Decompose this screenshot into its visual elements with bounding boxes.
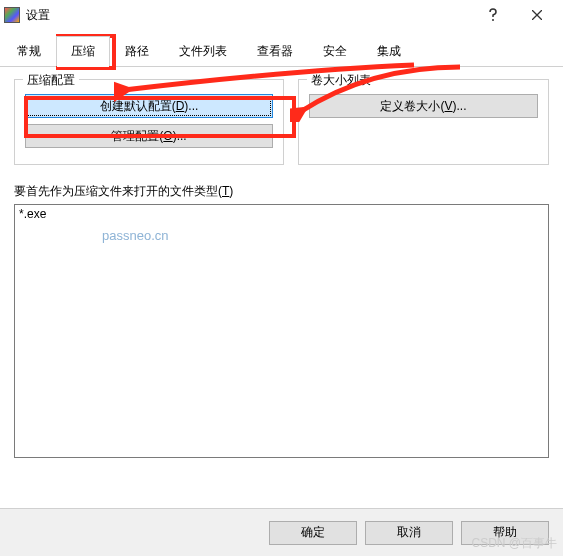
compress-profile-group: 压缩配置 创建默认配置(D)... 管理配置(O)...: [14, 79, 284, 165]
dialog-button-row: 确定 取消 帮助: [0, 508, 563, 556]
help-dialog-button[interactable]: 帮助: [461, 521, 549, 545]
tab-general[interactable]: 常规: [2, 36, 56, 66]
filetype-label: 要首先作为压缩文件来打开的文件类型(T): [14, 183, 549, 200]
volume-legend: 卷大小列表: [307, 72, 375, 89]
tab-compress[interactable]: 压缩: [56, 36, 110, 66]
ok-button[interactable]: 确定: [269, 521, 357, 545]
compress-legend: 压缩配置: [23, 72, 79, 89]
window-title: 设置: [26, 7, 471, 24]
tab-path[interactable]: 路径: [110, 36, 164, 66]
help-button[interactable]: [471, 1, 515, 29]
manage-profile-button[interactable]: 管理配置(O)...: [25, 124, 273, 148]
tab-viewer[interactable]: 查看器: [242, 36, 308, 66]
filetype-input[interactable]: [14, 204, 549, 458]
tab-strip: 常规 压缩 路径 文件列表 查看器 安全 集成: [0, 36, 563, 67]
tab-security[interactable]: 安全: [308, 36, 362, 66]
app-icon: [4, 7, 20, 23]
tab-content: 压缩配置 创建默认配置(D)... 管理配置(O)... 卷大小列表 定义卷大小…: [0, 67, 563, 473]
create-default-profile-button[interactable]: 创建默认配置(D)...: [25, 94, 273, 118]
define-volume-button[interactable]: 定义卷大小(V)...: [309, 94, 538, 118]
titlebar: 设置: [0, 0, 563, 30]
filetype-section: 要首先作为压缩文件来打开的文件类型(T): [14, 183, 549, 461]
cancel-button[interactable]: 取消: [365, 521, 453, 545]
volume-list-group: 卷大小列表 定义卷大小(V)...: [298, 79, 549, 165]
tab-filelist[interactable]: 文件列表: [164, 36, 242, 66]
tab-integration[interactable]: 集成: [362, 36, 416, 66]
close-button[interactable]: [515, 1, 559, 29]
